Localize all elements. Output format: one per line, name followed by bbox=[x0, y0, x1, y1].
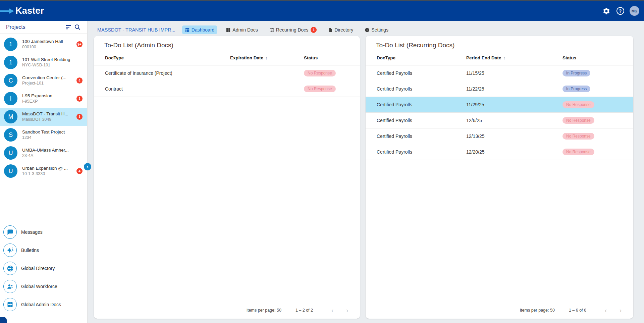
cell-date: 11/15/25 bbox=[466, 70, 562, 76]
tab-recurring-docs[interactable]: Recurring Docs 1 bbox=[267, 25, 319, 35]
panel-title: To-Do List (Recurring Docs) bbox=[366, 36, 633, 51]
project-name: UMBA-UMass Amher... bbox=[22, 148, 69, 153]
project-name: Convention Center (... bbox=[22, 75, 66, 81]
project-item-selected[interactable]: M MassDOT - Transit H... MassDOT 3049 1 bbox=[0, 108, 87, 126]
global-nav: Messages Bulletins bbox=[0, 221, 87, 314]
info-icon bbox=[365, 28, 370, 33]
project-item[interactable]: U UMBA-UMass Amher... 23-4A bbox=[0, 144, 87, 162]
sort-projects-button[interactable] bbox=[64, 23, 73, 32]
navbar-actions: ? MG bbox=[602, 6, 644, 16]
prev-page-button[interactable]: ‹ bbox=[328, 306, 336, 314]
project-code: 23-4A bbox=[22, 153, 69, 159]
project-item[interactable]: U Urban Expansion @ ... 10-1-3-3330 4 bbox=[0, 162, 87, 180]
project-code: MassDOT 3049 bbox=[22, 117, 68, 122]
next-page-button[interactable]: › bbox=[616, 306, 625, 314]
page-range: 1 – 2 of 2 bbox=[296, 308, 313, 313]
app-logo[interactable]: Kaster bbox=[0, 1, 44, 21]
logo-text: Kaster bbox=[15, 6, 44, 16]
sidebar-item-global-admin-docs[interactable]: Global Admin Docs bbox=[0, 295, 87, 314]
main-content: MASSDOT - TRANSIT HUB IMPR... Dashboard … bbox=[88, 21, 644, 323]
table-row[interactable]: Certified Payrolls 11/15/25 In Progress bbox=[366, 65, 633, 81]
cell-date: 11/29/25 bbox=[466, 102, 562, 107]
sidebar-item-label: Global Admin Docs bbox=[21, 302, 61, 307]
tab-admin-docs[interactable]: Admin Docs bbox=[223, 25, 260, 34]
project-code: NYC-WSB-101 bbox=[22, 63, 70, 68]
sidebar-collapse-button[interactable]: ‹ bbox=[84, 163, 91, 170]
sidebar-item-messages[interactable]: Messages bbox=[0, 223, 87, 241]
project-item[interactable]: C Convention Center (... Project-101 4 bbox=[0, 71, 87, 90]
column-header-doctype[interactable]: DocType bbox=[105, 55, 230, 60]
column-header-period-end-date[interactable]: Period End Date ↑ bbox=[466, 55, 562, 60]
table-row[interactable]: Certified Payrolls 11/22/25 In Progress bbox=[366, 81, 633, 97]
paginator: Items per page: 50 1 – 2 of 2 ‹ › bbox=[247, 306, 351, 314]
gear-icon bbox=[602, 7, 610, 15]
todo-recurring-docs-panel: To-Do List (Recurring Docs) DocType Peri… bbox=[366, 36, 633, 319]
next-page-button[interactable]: › bbox=[343, 306, 351, 314]
logo-arrow-icon bbox=[0, 8, 15, 14]
search-icon bbox=[74, 24, 80, 30]
sidebar-item-bulletins[interactable]: Bulletins bbox=[0, 241, 87, 259]
project-avatar: C bbox=[4, 74, 17, 87]
project-item[interactable]: 1 100 Jamestown Hall 000100 9+ bbox=[0, 35, 87, 53]
project-code: I-95EXP bbox=[22, 99, 52, 104]
user-avatar[interactable]: MG bbox=[630, 6, 639, 16]
cell-doctype: Certified Payrolls bbox=[377, 86, 466, 92]
cell-doctype: Certified Payrolls bbox=[377, 149, 466, 155]
table-row[interactable]: Certificate of Insurance (Project) No Re… bbox=[94, 65, 360, 81]
cell-doctype: Certified Payrolls bbox=[377, 118, 466, 123]
notification-badge: 1 bbox=[76, 114, 83, 120]
items-per-page-value[interactable]: 50 bbox=[277, 308, 281, 313]
column-header-expiration-date[interactable]: Expiration Date ↑ bbox=[230, 55, 304, 60]
grid-icon bbox=[7, 301, 13, 308]
chat-launcher-stub[interactable] bbox=[0, 317, 7, 323]
sidebar-item-label: Global Workforce bbox=[21, 284, 57, 289]
items-per-page-label: Items per page: bbox=[520, 308, 549, 313]
status-badge: In Progress bbox=[562, 70, 590, 76]
table-row[interactable]: Certified Payrolls 12/20/25 No Response bbox=[366, 144, 633, 160]
project-avatar: 1 bbox=[4, 56, 17, 69]
sidebar-item-label: Messages bbox=[21, 229, 43, 235]
project-avatar: U bbox=[4, 146, 17, 160]
table-row[interactable]: Contract No Response bbox=[94, 81, 360, 97]
project-name: 100 Jamestown Hall bbox=[22, 39, 63, 45]
project-item[interactable]: S Sandbox Test Project 1234 bbox=[0, 126, 87, 144]
column-header-status[interactable]: Status bbox=[562, 55, 633, 60]
cell-date: 11/22/25 bbox=[466, 86, 562, 92]
status-badge: No Response bbox=[562, 133, 594, 140]
project-item[interactable]: I I-95 Expansion I-95EXP 1 bbox=[0, 90, 87, 108]
tab-directory[interactable]: Directory bbox=[325, 25, 356, 34]
tab-dashboard[interactable]: Dashboard bbox=[182, 25, 217, 34]
table-row-highlighted[interactable]: Certified Payrolls 11/29/25 No Response bbox=[366, 97, 633, 113]
chat-icon bbox=[7, 229, 13, 235]
page-range: 1 – 6 of 6 bbox=[569, 308, 586, 313]
notification-badge: 9+ bbox=[76, 41, 83, 47]
status-badge: No Response bbox=[304, 70, 336, 76]
todo-admin-docs-panel: To-Do List (Admin Docs) DocType Expirati… bbox=[94, 36, 360, 319]
sidebar-header: Projects bbox=[0, 21, 87, 34]
project-avatar: I bbox=[4, 92, 17, 105]
table-row[interactable]: Certified Payrolls 12/13/25 No Response bbox=[366, 128, 633, 144]
project-item[interactable]: 1 101 Wall Street Building NYC-WSB-101 bbox=[0, 53, 87, 71]
items-per-page-value[interactable]: 50 bbox=[550, 308, 555, 313]
breadcrumb[interactable]: MASSDOT - TRANSIT HUB IMPR... bbox=[97, 27, 175, 33]
sidebar-item-global-workforce[interactable]: Global Workforce bbox=[0, 277, 87, 295]
status-badge: In Progress bbox=[562, 86, 590, 92]
prev-page-button[interactable]: ‹ bbox=[602, 306, 610, 314]
table-row[interactable]: Certified Payrolls 12/6/25 No Response bbox=[366, 113, 633, 128]
dashboard-icon bbox=[185, 28, 190, 33]
column-header-status[interactable]: Status bbox=[304, 55, 360, 60]
sidebar-item-label: Global Directory bbox=[21, 266, 55, 271]
project-tabbar: MASSDOT - TRANSIT HUB IMPR... Dashboard … bbox=[97, 24, 391, 35]
project-avatar: M bbox=[4, 110, 17, 123]
tab-settings[interactable]: Settings bbox=[362, 25, 391, 34]
column-header-doctype[interactable]: DocType bbox=[377, 55, 466, 60]
status-badge: No Response bbox=[562, 149, 594, 155]
project-code: 000100 bbox=[22, 45, 63, 50]
sidebar-item-global-directory[interactable]: Global Directory bbox=[0, 259, 87, 277]
app-screen: Kaster ? MG Projects bbox=[0, 0, 644, 323]
settings-gear-button[interactable] bbox=[602, 7, 611, 15]
search-projects-button[interactable] bbox=[73, 23, 82, 32]
project-code: 1234 bbox=[22, 135, 65, 141]
projects-sidebar: Projects 1 100 Jamestown Hall 000100 bbox=[0, 21, 88, 323]
help-button[interactable]: ? bbox=[616, 7, 625, 15]
